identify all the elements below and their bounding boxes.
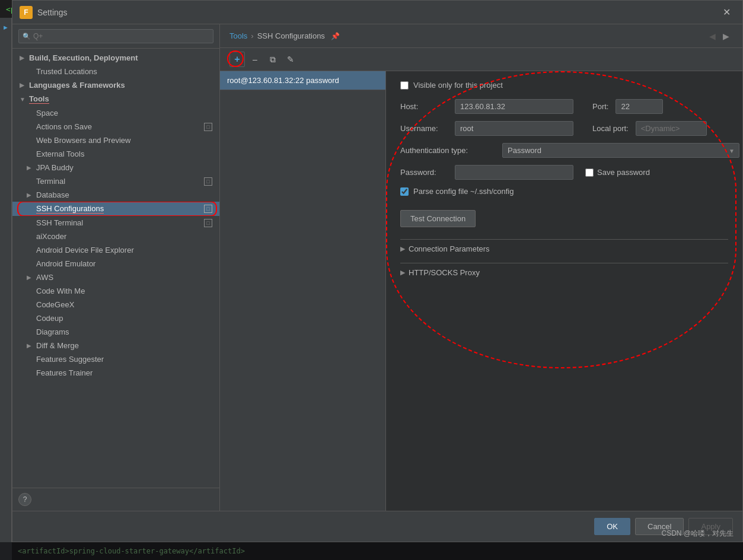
close-icon[interactable]: ✕	[718, 5, 735, 18]
dialog-app-icon: F	[20, 6, 33, 18]
settings-dialog: F Settings ✕ 🔍	[12, 0, 743, 18]
dialog-title: Settings	[37, 8, 718, 17]
settings-dialog-overlay: F Settings ✕ 🔍	[12, 0, 743, 18]
dialog-titlebar: F Settings ✕	[12, 1, 742, 18]
